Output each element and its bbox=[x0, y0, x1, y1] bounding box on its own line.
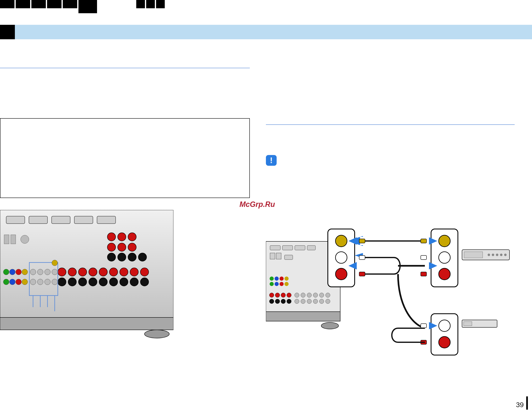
svg-point-28 bbox=[130, 268, 138, 276]
svg-point-21 bbox=[58, 268, 66, 276]
svg-point-17 bbox=[107, 253, 116, 261]
svg-point-54 bbox=[45, 279, 50, 285]
svg-point-83 bbox=[319, 293, 324, 297]
svg-point-82 bbox=[313, 293, 318, 297]
svg-point-30 bbox=[58, 278, 66, 286]
svg-rect-120 bbox=[359, 256, 365, 260]
svg-point-55 bbox=[52, 279, 57, 285]
section-band bbox=[0, 25, 532, 39]
svg-point-111 bbox=[439, 252, 450, 263]
svg-point-132 bbox=[439, 320, 450, 332]
tab-stub bbox=[0, 0, 14, 8]
svg-point-47 bbox=[22, 279, 28, 285]
svg-point-31 bbox=[68, 278, 76, 286]
svg-point-35 bbox=[109, 278, 118, 286]
svg-rect-7 bbox=[97, 216, 116, 224]
svg-point-41 bbox=[10, 269, 15, 275]
svg-rect-3 bbox=[6, 216, 25, 224]
svg-point-44 bbox=[3, 279, 9, 285]
svg-rect-5 bbox=[52, 216, 70, 224]
svg-rect-70 bbox=[285, 255, 293, 260]
svg-rect-66 bbox=[295, 246, 305, 250]
svg-point-79 bbox=[294, 293, 299, 297]
svg-point-42 bbox=[16, 269, 21, 275]
svg-point-23 bbox=[78, 268, 87, 276]
svg-point-96 bbox=[275, 299, 280, 304]
svg-point-129 bbox=[500, 254, 503, 256]
svg-rect-67 bbox=[307, 246, 315, 250]
svg-point-26 bbox=[109, 268, 118, 276]
connection-diagram-right bbox=[266, 217, 514, 366]
svg-point-14 bbox=[107, 243, 116, 251]
svg-point-81 bbox=[307, 293, 312, 297]
svg-point-101 bbox=[335, 252, 347, 263]
svg-point-51 bbox=[52, 269, 57, 275]
svg-point-112 bbox=[439, 268, 450, 280]
svg-point-100 bbox=[335, 235, 347, 247]
svg-rect-0 bbox=[0, 210, 173, 317]
svg-rect-125 bbox=[464, 252, 483, 258]
svg-point-133 bbox=[439, 336, 450, 348]
svg-rect-8 bbox=[4, 235, 9, 244]
svg-point-50 bbox=[45, 269, 50, 275]
svg-point-91 bbox=[269, 293, 274, 297]
svg-point-80 bbox=[301, 293, 305, 297]
svg-point-46 bbox=[16, 279, 21, 285]
receiver-rear-panel-illustration-left bbox=[0, 210, 173, 342]
svg-point-87 bbox=[307, 299, 312, 304]
svg-point-48 bbox=[30, 269, 36, 275]
svg-point-74 bbox=[285, 277, 289, 281]
svg-point-102 bbox=[335, 268, 347, 280]
subheading-rule-left bbox=[0, 68, 250, 68]
tab-stub bbox=[31, 0, 46, 8]
svg-rect-123 bbox=[421, 272, 427, 276]
svg-point-2 bbox=[144, 330, 169, 338]
tab-stub bbox=[156, 0, 165, 8]
svg-rect-62 bbox=[266, 312, 340, 321]
svg-point-128 bbox=[496, 254, 498, 256]
svg-rect-65 bbox=[282, 246, 293, 250]
svg-point-27 bbox=[120, 268, 128, 276]
svg-point-37 bbox=[130, 278, 138, 286]
svg-point-97 bbox=[281, 299, 285, 304]
svg-rect-68 bbox=[270, 253, 275, 259]
svg-rect-140 bbox=[464, 322, 472, 326]
svg-point-78 bbox=[285, 282, 289, 286]
svg-point-88 bbox=[313, 299, 318, 304]
svg-point-86 bbox=[301, 299, 305, 304]
important-icon: ! bbox=[266, 155, 277, 166]
svg-point-75 bbox=[270, 282, 274, 286]
svg-point-92 bbox=[275, 293, 280, 297]
svg-point-95 bbox=[269, 299, 274, 304]
svg-point-19 bbox=[128, 253, 136, 261]
svg-point-22 bbox=[68, 268, 76, 276]
subheading-rule-right bbox=[266, 124, 515, 125]
tab-stub bbox=[63, 0, 77, 8]
svg-point-33 bbox=[89, 278, 97, 286]
svg-point-63 bbox=[321, 322, 339, 329]
note-glyph: ! bbox=[270, 156, 273, 165]
svg-point-11 bbox=[107, 233, 116, 241]
svg-rect-116 bbox=[359, 239, 365, 243]
info-box bbox=[0, 118, 250, 198]
manual-page: ! McGrp.Ru bbox=[0, 0, 532, 415]
svg-point-13 bbox=[128, 233, 136, 241]
svg-point-45 bbox=[10, 279, 15, 285]
svg-rect-6 bbox=[74, 216, 93, 224]
svg-point-93 bbox=[281, 293, 285, 297]
svg-point-12 bbox=[118, 233, 126, 241]
svg-point-18 bbox=[118, 253, 126, 261]
svg-point-53 bbox=[37, 279, 43, 285]
svg-point-36 bbox=[120, 278, 128, 286]
svg-point-73 bbox=[280, 277, 284, 281]
svg-point-98 bbox=[287, 299, 291, 304]
svg-point-71 bbox=[270, 277, 274, 281]
svg-point-43 bbox=[22, 269, 28, 275]
svg-point-85 bbox=[294, 299, 299, 304]
svg-point-38 bbox=[140, 278, 149, 286]
svg-point-84 bbox=[326, 293, 330, 297]
svg-rect-135 bbox=[421, 324, 427, 328]
svg-point-24 bbox=[89, 268, 97, 276]
svg-point-127 bbox=[492, 254, 494, 256]
svg-rect-4 bbox=[29, 216, 48, 224]
